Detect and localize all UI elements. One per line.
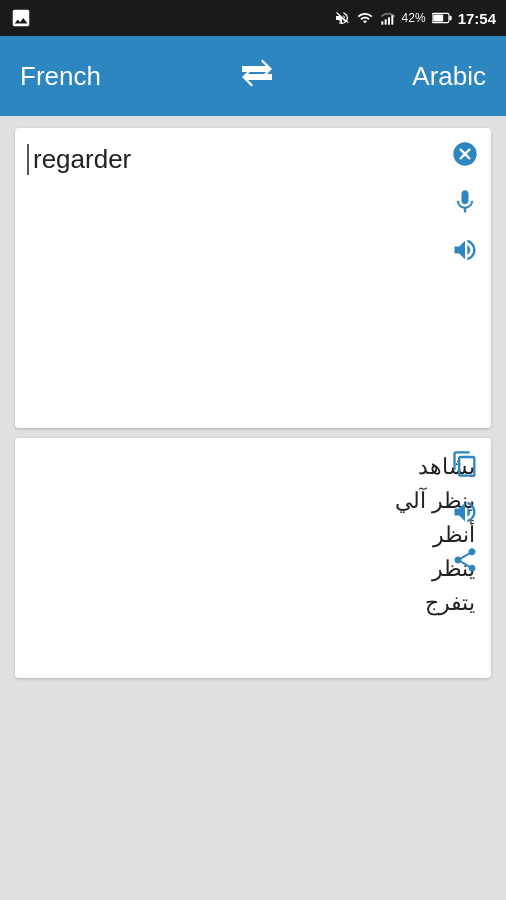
svg-rect-1 bbox=[384, 19, 386, 24]
list-item: يشاهد bbox=[27, 454, 479, 480]
status-right: 42% 17:54 bbox=[334, 10, 496, 27]
image-icon bbox=[10, 7, 32, 29]
translation-section: يشاهد ينظر آلي أنظر ينظر يتفرج bbox=[15, 438, 491, 678]
status-time: 17:54 bbox=[458, 10, 496, 27]
status-left bbox=[10, 7, 32, 29]
list-item: ينظر آلي bbox=[27, 488, 479, 514]
mute-icon bbox=[334, 10, 350, 26]
list-item: يتفرج bbox=[27, 590, 479, 616]
battery-icon bbox=[432, 10, 452, 26]
copy-icon[interactable] bbox=[451, 450, 479, 478]
share-icon[interactable] bbox=[451, 546, 479, 574]
input-actions bbox=[451, 140, 479, 264]
status-bar: 42% 17:54 bbox=[0, 0, 506, 36]
target-language[interactable]: Arabic bbox=[412, 61, 486, 92]
swap-icon bbox=[237, 58, 277, 88]
translation-actions bbox=[451, 450, 479, 574]
translation-list: يشاهد ينظر آلي أنظر ينظر يتفرج bbox=[27, 454, 479, 616]
source-language[interactable]: French bbox=[20, 61, 101, 92]
input-section bbox=[15, 128, 491, 428]
microphone-icon[interactable] bbox=[451, 188, 479, 216]
source-text-input[interactable] bbox=[27, 144, 429, 175]
wifi-icon bbox=[356, 10, 374, 26]
translation-speaker-icon[interactable] bbox=[451, 498, 479, 526]
svg-rect-2 bbox=[388, 17, 390, 24]
list-item: أنظر bbox=[27, 522, 479, 548]
svg-rect-3 bbox=[391, 15, 393, 24]
signal-icon bbox=[380, 10, 396, 26]
battery-percentage: 42% bbox=[402, 11, 426, 25]
clear-icon[interactable] bbox=[451, 140, 479, 168]
svg-rect-0 bbox=[381, 21, 383, 24]
nav-bar: French Arabic bbox=[0, 36, 506, 116]
svg-rect-6 bbox=[433, 15, 443, 22]
swap-languages-button[interactable] bbox=[237, 58, 277, 95]
svg-rect-5 bbox=[449, 16, 451, 21]
speaker-icon[interactable] bbox=[451, 236, 479, 264]
list-item: ينظر bbox=[27, 556, 479, 582]
